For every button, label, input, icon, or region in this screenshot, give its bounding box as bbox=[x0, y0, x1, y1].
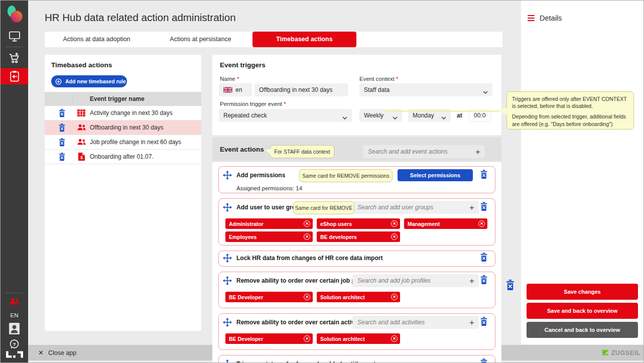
delete-card-icon[interactable] bbox=[480, 202, 488, 211]
add-timebased-rule-button[interactable]: Add new timebased rule bbox=[51, 75, 127, 87]
table-row[interactable]: Activity change in next 30 days bbox=[45, 106, 201, 120]
user-avatar-icon[interactable] bbox=[1, 322, 28, 334]
cancel-back-overview-button[interactable]: Cancel and back to overview bbox=[527, 322, 638, 338]
delete-row-icon[interactable] bbox=[51, 109, 73, 117]
sidebar-item-actions-active[interactable] bbox=[1, 68, 28, 84]
remove-chip-icon[interactable]: ✕ bbox=[304, 294, 310, 300]
move-icon[interactable] bbox=[223, 254, 232, 263]
user-group-chip[interactable]: eShop users✕ bbox=[317, 218, 400, 229]
monitor-icon[interactable] bbox=[1, 30, 28, 43]
add-rule-label: Add new timebased rule bbox=[65, 78, 126, 84]
activities-search-input[interactable] bbox=[352, 319, 465, 326]
delete-row-icon[interactable] bbox=[51, 138, 73, 147]
tab-actions-data-adoption[interactable]: Actions at data adoption bbox=[45, 32, 149, 47]
delete-row-icon[interactable] bbox=[51, 124, 73, 132]
action-card-remove-activity: Remove ability to order over certain act… bbox=[218, 313, 495, 350]
move-icon[interactable] bbox=[223, 318, 232, 327]
card-title: Trigger point run for for newly added en… bbox=[236, 360, 379, 363]
delete-row-icon[interactable] bbox=[51, 153, 73, 161]
event-actions-tooltip: For STAFF data context bbox=[270, 145, 334, 158]
user-groups-search-input[interactable] bbox=[352, 204, 465, 211]
user-group-chip[interactable]: Management✕ bbox=[404, 218, 487, 229]
job-profile-chip[interactable]: BE Developer✕ bbox=[225, 292, 313, 302]
move-icon[interactable] bbox=[223, 359, 232, 363]
app-logo bbox=[1, 5, 28, 25]
chevron-down-icon bbox=[441, 114, 446, 121]
event-trigger-name: Offboarding in next 30 days bbox=[90, 124, 201, 131]
user-group-chip[interactable]: Administrator✕ bbox=[225, 218, 313, 229]
add-icon[interactable]: + bbox=[465, 203, 479, 212]
chevron-down-icon bbox=[483, 88, 488, 95]
help-icon[interactable]: ? bbox=[1, 338, 28, 349]
close-app-button[interactable]: ✕ Close app bbox=[38, 345, 76, 360]
menu-icon[interactable] bbox=[528, 15, 535, 21]
table-row-selected[interactable]: Offboarding in next 30 days bbox=[45, 120, 201, 135]
event-context-label: Event context * bbox=[359, 76, 398, 82]
language-indicator[interactable]: EN bbox=[1, 311, 28, 319]
name-label: Name * bbox=[220, 76, 239, 82]
activity-chip[interactable]: Solution architect✕ bbox=[317, 333, 400, 344]
add-icon[interactable]: + bbox=[465, 318, 479, 327]
language-chip[interactable]: en bbox=[219, 83, 252, 96]
remove-chip-icon[interactable]: ✕ bbox=[391, 294, 398, 300]
table-row[interactable]: Job profile change in next 60 days bbox=[45, 135, 201, 150]
delete-card-icon[interactable] bbox=[480, 170, 488, 179]
move-icon[interactable] bbox=[223, 203, 232, 212]
tab-actions-persistance[interactable]: Actions at persistance bbox=[149, 32, 252, 47]
move-icon[interactable] bbox=[223, 171, 232, 180]
user-group-chip[interactable]: Employees✕ bbox=[225, 231, 313, 242]
close-icon: ✕ bbox=[38, 349, 44, 356]
event-trigger-name: Onboarding after 01.07. bbox=[90, 153, 201, 160]
table-row[interactable]: $ Onboarding after 01.07. bbox=[45, 150, 201, 164]
save-changes-button[interactable]: Save changes bbox=[527, 284, 638, 300]
save-back-overview-button[interactable]: Save and back to overview bbox=[527, 303, 638, 319]
remove-chip-icon[interactable]: ✕ bbox=[478, 220, 485, 227]
delete-rule-icon[interactable] bbox=[505, 280, 515, 292]
brand-logo: ZUGSEIL bbox=[601, 345, 640, 360]
card-title: Lock HR data from changes of HR core dat… bbox=[236, 255, 382, 262]
event-context-select[interactable]: Staff data bbox=[359, 83, 492, 96]
select-permissions-button[interactable]: Select permissions bbox=[398, 169, 473, 181]
delete-card-icon[interactable] bbox=[480, 317, 488, 326]
time-input[interactable] bbox=[474, 112, 486, 119]
delete-card-icon[interactable] bbox=[480, 358, 488, 363]
trigger-name-field[interactable] bbox=[254, 83, 348, 96]
close-app-label: Close app bbox=[48, 349, 76, 356]
activity-chip[interactable]: BE Developer✕ bbox=[225, 333, 313, 344]
event-actions-title: Event actions bbox=[220, 146, 264, 153]
trigger-name-input[interactable] bbox=[259, 86, 343, 93]
card-title: Remove ability to order over certain act… bbox=[236, 319, 361, 326]
delete-card-icon[interactable] bbox=[480, 253, 488, 262]
user-group-chip[interactable]: BE developers✕ bbox=[317, 231, 400, 242]
add-icon[interactable]: + bbox=[471, 148, 485, 156]
remove-chip-icon[interactable]: ✕ bbox=[391, 220, 398, 227]
event-actions-search-input[interactable] bbox=[363, 148, 471, 155]
sidebar-divider bbox=[6, 293, 23, 293]
column-header-event-trigger-name: Event trigger name bbox=[90, 95, 201, 102]
people-icon bbox=[73, 124, 90, 131]
chevron-down-icon bbox=[342, 114, 347, 121]
cart-add-icon[interactable] bbox=[1, 50, 28, 65]
remove-chip-icon[interactable]: ✕ bbox=[304, 335, 310, 342]
delete-card-icon[interactable] bbox=[480, 275, 488, 285]
tooltip-callout-line bbox=[385, 110, 508, 112]
remove-chip-icon[interactable]: ✕ bbox=[304, 220, 310, 227]
add-icon[interactable]: + bbox=[465, 277, 479, 285]
job-profile-chip[interactable]: Solution architect✕ bbox=[317, 292, 400, 302]
assigned-permissions-count: Assigned permissions: 14 bbox=[236, 185, 491, 191]
move-icon[interactable] bbox=[223, 276, 232, 285]
remove-chip-icon[interactable]: ✕ bbox=[391, 335, 398, 342]
user-groups-icon[interactable] bbox=[1, 296, 28, 308]
card-tooltip: Same card for REMOVE bbox=[293, 201, 354, 214]
tooltip-text: Depending from selected trigger, additio… bbox=[512, 113, 628, 127]
job-profiles-search-input[interactable] bbox=[352, 277, 465, 284]
language-code: en bbox=[235, 86, 242, 93]
remove-chip-icon[interactable]: ✕ bbox=[391, 233, 398, 240]
action-card-add-permissions: Add permissions Same card for REMOVE per… bbox=[218, 166, 495, 193]
uk-flag-icon bbox=[223, 87, 232, 93]
remove-chip-icon[interactable]: ✕ bbox=[304, 233, 310, 240]
tab-timebased-actions[interactable]: Timebased actions bbox=[252, 32, 356, 47]
table-header-row: Event trigger name bbox=[45, 92, 201, 106]
action-card-lock-hr-data: Lock HR data from changes of HR core dat… bbox=[218, 251, 495, 267]
permission-trigger-select[interactable]: Repeated check bbox=[219, 109, 352, 122]
